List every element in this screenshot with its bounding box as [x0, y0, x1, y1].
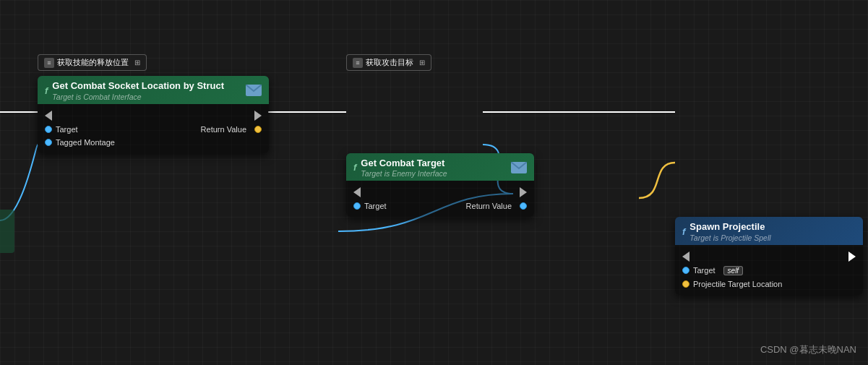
node3-f-icon: f	[682, 226, 685, 237]
node3-title: Spawn Projectile	[689, 221, 770, 233]
node1-exec-in	[45, 111, 52, 121]
node1-envelope	[246, 85, 262, 96]
node1-header: f Get Combat Socket Location by Struct T…	[38, 76, 269, 104]
node3-pin-location: Projectile Target Location	[675, 278, 863, 291]
node2-label-target: Target	[364, 202, 387, 210]
node1-subtitle: Target is Combat Interface	[52, 93, 224, 101]
node1-exec	[38, 108, 269, 123]
node1-body: Target Return Value Tagged Montage	[38, 104, 269, 153]
node1-title: Get Combat Socket Location by Struct	[52, 80, 224, 92]
node2-subtitle: Target is Enemy Interface	[361, 169, 447, 178]
node3-dot-target	[682, 267, 689, 274]
node1-dot-target	[45, 126, 52, 133]
node2-f-icon: f	[353, 162, 356, 173]
node2-exec-in	[353, 187, 361, 197]
node3-self-badge: self	[723, 266, 744, 275]
group-label-2: ≡ 获取攻击目标 ⊞	[346, 54, 431, 71]
node-spawn-projectile[interactable]: f Spawn Projectile Target is Projectile …	[675, 217, 863, 295]
group-label-text-1: 获取技能的释放位置	[57, 57, 129, 68]
node1-pin-target: Target Return Value	[38, 123, 269, 136]
node1-f-icon: f	[45, 85, 48, 96]
node3-pin-target: Target self	[675, 264, 863, 278]
node1-dot-return	[254, 126, 262, 133]
node2-label-return: Return Value	[466, 202, 512, 210]
group-label-1: ≡ 获取技能的释放位置 ⊞	[38, 54, 147, 71]
node1-exec-out	[254, 111, 262, 121]
node2-body: Target Return Value	[346, 181, 534, 217]
group-icon-2: ≡	[353, 58, 363, 68]
node-get-combat-socket[interactable]: f Get Combat Socket Location by Struct T…	[38, 76, 269, 153]
node3-label-target: Target	[693, 266, 716, 275]
node3-exec-out	[848, 252, 856, 262]
node3-exec-out-right	[848, 252, 856, 262]
node1-label-return: Return Value	[201, 125, 246, 134]
group-pin-1: ⊞	[134, 59, 140, 66]
group-pin-2: ⊞	[419, 59, 425, 66]
node3-subtitle: Target is Projectile Spell	[689, 233, 770, 242]
node3-label-location: Projectile Target Location	[693, 280, 782, 288]
watermark: CSDN @暮志未晚NAN	[760, 343, 856, 356]
node3-header: f Spawn Projectile Target is Projectile …	[675, 217, 863, 245]
node1-label-montage: Tagged Montage	[56, 138, 115, 147]
node1-dot-montage	[45, 139, 52, 146]
watermark-text: CSDN @暮志未晚NAN	[760, 344, 856, 355]
node1-label-target: Target	[56, 125, 78, 134]
node-get-combat-target[interactable]: f Get Combat Target Target is Enemy Inte…	[346, 153, 534, 218]
node2-dot-return	[520, 202, 527, 210]
node3-exec	[675, 249, 863, 264]
node3-dot-location	[682, 280, 689, 288]
node2-exec-out	[520, 187, 527, 197]
node2-title: Get Combat Target	[361, 158, 447, 169]
node2-exec	[346, 185, 534, 199]
node2-dot-target	[353, 202, 361, 210]
node2-pin-target: Target Return Value	[346, 199, 534, 212]
node3-exec-in	[682, 252, 689, 262]
node2-envelope	[511, 162, 527, 173]
partial-left-node	[0, 210, 14, 253]
node2-header: f Get Combat Target Target is Enemy Inte…	[346, 153, 534, 181]
node1-pin-montage: Tagged Montage	[38, 136, 269, 149]
node3-body: Target self Projectile Target Location	[675, 245, 863, 295]
group-icon-1: ≡	[44, 58, 54, 68]
group-label-text-2: 获取攻击目标	[366, 57, 413, 68]
